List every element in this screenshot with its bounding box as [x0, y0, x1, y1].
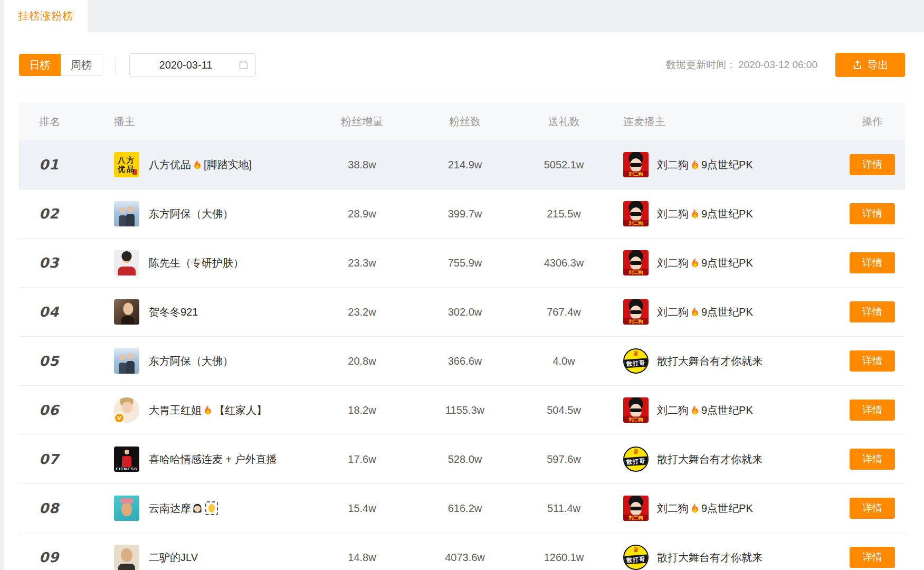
broadcaster-avatar: [114, 545, 139, 570]
gifts-value: 767.4w: [515, 306, 613, 318]
gifts-value: 215.5w: [515, 208, 613, 220]
detail-button[interactable]: 详情: [850, 154, 895, 175]
header-fans-total: 粉丝数: [415, 115, 515, 129]
detail-button[interactable]: 详情: [850, 498, 895, 519]
cohost-avatar: 散打哥: [623, 545, 649, 570]
fire-emoji: [690, 258, 700, 268]
broadcaster-avatar: [114, 299, 139, 325]
fire-emoji: [690, 208, 700, 219]
action-cell: 详情: [840, 154, 905, 175]
broadcaster-cell: 东方阿保（大佛）: [98, 348, 309, 374]
page-card: 日榜 周榜 2020-03-11 数据更新时间： 2020-03-12 06:0…: [4, 32, 924, 570]
fans-increase-value: 18.2w: [309, 404, 415, 416]
fans-increase-value: 17.6w: [309, 453, 415, 466]
fans-increase-value: 23.3w: [309, 257, 415, 269]
fans-increase-value: 28.9w: [309, 208, 415, 220]
header-rank: 排名: [19, 115, 98, 129]
cohost-avatar-text: 刘二狗: [623, 220, 649, 226]
rank-cell: 02: [19, 206, 98, 222]
broadcaster-avatar: 八方优品: [114, 152, 139, 177]
cohost-avatar: 刘二狗: [623, 496, 649, 521]
cohost-cell: 散打哥散打大舞台有才你就来: [613, 446, 840, 472]
table-row: 06大胃王红姐【红家人】18.2w1155.3w504.5w刘二狗刘二狗9点世纪…: [19, 386, 905, 435]
fans-total-value: 399.7w: [415, 208, 515, 220]
gifts-value: 1260.1w: [515, 552, 613, 564]
fire-emoji: [690, 503, 700, 514]
broadcaster-name: 东方阿保（大佛）: [149, 354, 233, 368]
table-row: 08云南达摩15.4w616.2w511.4w刘二狗刘二狗9点世纪PK详情: [19, 484, 905, 533]
rank-cell: 01: [19, 157, 98, 173]
detail-button[interactable]: 详情: [850, 301, 895, 322]
export-button[interactable]: 导出: [835, 53, 905, 77]
table-body: 01八方优品八方优品[脚踏实地]38.8w214.9w5052.1w刘二狗刘二狗…: [19, 140, 905, 570]
rank-cell: 08: [19, 500, 98, 516]
broadcaster-avatar: [114, 250, 139, 276]
detail-button[interactable]: 详情: [850, 350, 895, 372]
header-action: 操作: [840, 115, 905, 129]
fire-emoji: [203, 405, 213, 415]
broadcaster-name: 陈先生（专研护肤）: [149, 256, 244, 270]
fans-increase-value: 38.8w: [309, 159, 415, 171]
fans-total-value: 1155.3w: [415, 404, 515, 416]
date-picker[interactable]: 2020-03-11: [129, 53, 256, 77]
action-cell: 详情: [840, 252, 905, 273]
daily-rank-button[interactable]: 日榜: [19, 54, 61, 76]
rank-cell: 03: [19, 255, 98, 271]
update-time-value: 2020-03-12 06:00: [738, 59, 817, 71]
rank-cell: 04: [19, 304, 98, 320]
fans-total-value: 366.6w: [415, 355, 515, 367]
fire-emoji: [192, 159, 203, 170]
detail-button[interactable]: 详情: [850, 547, 895, 568]
broadcaster-cell: 云南达摩: [98, 496, 309, 521]
fire-emoji: [690, 307, 700, 317]
weekly-rank-button[interactable]: 周榜: [61, 54, 102, 76]
broadcaster-avatar: FITNESS: [114, 446, 139, 472]
cohost-avatar-text: 散打哥: [624, 555, 648, 564]
table-row: 02东方阿保（大佛）28.9w399.7w215.5w刘二狗刘二狗9点世纪PK详…: [19, 189, 905, 239]
cohost-avatar: 刘二狗: [623, 201, 649, 226]
broadcaster-avatar: [114, 201, 139, 226]
cohost-name: 散打大舞台有才你就来: [657, 354, 763, 368]
header-broadcaster: 播主: [98, 115, 309, 129]
cohost-avatar-text: 刘二狗: [623, 269, 649, 276]
tab-strip: 挂榜涨粉榜: [0, 0, 924, 32]
broadcaster-name: 喜哈哈情感连麦 + 户外直播: [149, 452, 277, 467]
broadcaster-cell: 贺冬冬921: [98, 299, 309, 325]
cohost-avatar-text: 散打哥: [624, 358, 648, 368]
rank-type-toggle: 日榜 周榜: [19, 54, 102, 76]
controls-bar: 日榜 周榜 2020-03-11 数据更新时间： 2020-03-12 06:0…: [19, 53, 905, 77]
daily-rank-label: 日榜: [30, 58, 51, 72]
broadcaster-name: 东方阿保（大佛）: [149, 207, 233, 221]
broadcaster-cell: 二驴的JLV: [98, 545, 309, 570]
detail-button[interactable]: 详情: [850, 252, 895, 273]
rank-cell: 05: [19, 353, 98, 369]
fire-emoji: [690, 159, 700, 170]
broadcaster-cell: 大胃王红姐【红家人】: [98, 397, 309, 423]
header-fans-increase: 粉丝增量: [309, 115, 415, 129]
detail-button[interactable]: 详情: [850, 400, 895, 421]
detail-button[interactable]: 详情: [850, 449, 895, 470]
export-label: 导出: [868, 58, 889, 72]
tab-ranking-fans[interactable]: 挂榜涨粉榜: [4, 0, 88, 32]
tab-label: 挂榜涨粉榜: [18, 9, 74, 23]
table-row: 03陈先生（专研护肤）23.3w755.9w4306.3w刘二狗刘二狗9点世纪P…: [19, 239, 905, 288]
broadcaster-name: 二驴的JLV: [149, 550, 198, 565]
broadcaster-avatar-text: 八方优品: [118, 156, 136, 174]
cohost-avatar-text: 刘二狗: [623, 318, 649, 325]
action-cell: 详情: [840, 400, 905, 421]
cohost-avatar: 散打哥: [623, 348, 649, 374]
cohost-avatar: 刘二狗: [623, 397, 649, 423]
missing-emoji-box: [205, 501, 218, 515]
detail-button[interactable]: 详情: [850, 203, 895, 224]
fans-total-value: 755.9w: [415, 257, 515, 269]
broadcaster-name: 贺冬冬921: [149, 305, 198, 319]
date-value: 2020-03-11: [159, 59, 213, 71]
action-cell: 详情: [840, 203, 905, 224]
cohost-cell: 刘二狗刘二狗9点世纪PK: [613, 299, 840, 325]
cohost-avatar: 刘二狗: [623, 250, 649, 276]
header-cohost: 连麦播主: [613, 115, 840, 129]
cohost-avatar: 散打哥: [623, 446, 649, 472]
broadcaster-name: 八方优品[脚踏实地]: [149, 158, 252, 172]
action-cell: 详情: [840, 301, 905, 322]
gifts-value: 4306.3w: [515, 257, 613, 269]
